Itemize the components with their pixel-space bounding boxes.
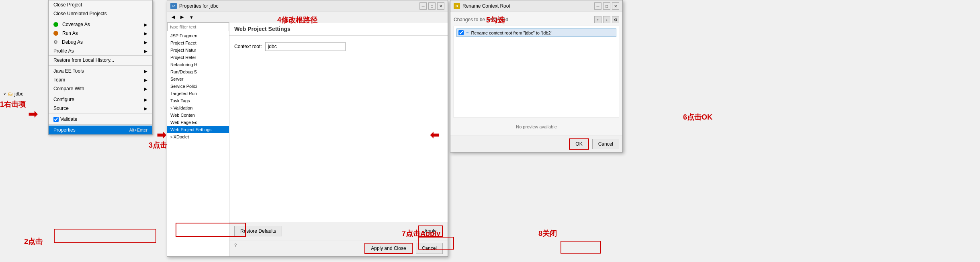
- arrow-step1: ➡: [28, 108, 37, 121]
- menu-separator-4: [49, 114, 152, 114]
- rename-cancel-button[interactable]: Cancel: [592, 139, 619, 149]
- filter-input[interactable]: [167, 22, 229, 31]
- rename-up-icon[interactable]: ↑: [594, 16, 602, 23]
- nav-item-targeted-run[interactable]: Targeted Run: [167, 90, 229, 97]
- nav-item-server[interactable]: Server: [167, 75, 229, 83]
- menu-item-compare-with[interactable]: Compare With ▶: [49, 84, 152, 93]
- menu-item-restore-history[interactable]: Restore from Local History...: [49, 55, 152, 65]
- toolbar-forward-button[interactable]: ▶: [178, 13, 186, 21]
- menu-separator-1: [49, 19, 152, 19]
- minimize-button[interactable]: ─: [419, 2, 427, 10]
- menu-item-validate[interactable]: Validate: [49, 115, 152, 124]
- apply-button[interactable]: Apply: [418, 225, 443, 237]
- menu-item-team[interactable]: Team ▶: [49, 75, 152, 84]
- apply-and-close-button[interactable]: Apply and Close: [364, 243, 412, 254]
- menu-label-properties: Properties: [53, 127, 76, 133]
- rename-item-text: Rename context root from "jdbc" to "jdb2…: [471, 30, 552, 35]
- coverage-icon: [53, 22, 58, 27]
- dialog-body: JSP Fragmen Project Facet Project Natur …: [167, 22, 448, 256]
- project-tree: ∨ 🗂 jdbc: [0, 88, 44, 99]
- rename-cancel-label: Cancel: [598, 141, 613, 147]
- cancel-label: Cancel: [422, 246, 437, 251]
- rename-titlebar: R Rename Context Root ─ □ ✕: [450, 0, 622, 12]
- rename-header-icons: ↑ ↓ ⚙: [594, 16, 619, 23]
- rename-down-icon[interactable]: ↓: [603, 16, 610, 23]
- restore-defaults-button[interactable]: Restore Defaults: [234, 226, 282, 236]
- rename-section-title: Changes to be performed: [454, 17, 508, 22]
- submenu-arrow-configure: ▶: [144, 97, 147, 102]
- tree-collapse-icon: ∨: [3, 91, 6, 96]
- menu-item-run-as[interactable]: Run As ▶: [49, 29, 152, 38]
- properties-titlebar: P Properties for jdbc ─ □ ✕: [167, 0, 448, 12]
- rename-item-checkbox[interactable]: [458, 30, 464, 35]
- menu-label-java-ee: Java EE Tools: [53, 68, 84, 74]
- context-root-input[interactable]: [265, 42, 346, 51]
- nav-item-web-project-settings[interactable]: Web Project Settings: [167, 126, 229, 133]
- close-button[interactable]: ✕: [437, 2, 444, 10]
- submenu-arrow-java-ee: ▶: [144, 69, 147, 73]
- nav-item-validation[interactable]: Validation: [167, 104, 229, 112]
- panel-header: Web Project Settings: [229, 22, 448, 36]
- maximize-button[interactable]: □: [428, 2, 436, 10]
- coverage-label-group: Coverage As: [53, 22, 90, 27]
- nav-item-task-tags[interactable]: Task Tags: [167, 97, 229, 104]
- toolbar-back-button[interactable]: ◀: [170, 13, 177, 21]
- dialog-right-panel: Web Project Settings Context root: Resto…: [229, 22, 448, 256]
- panel-title: Web Project Settings: [234, 26, 291, 32]
- nav-item-web-content[interactable]: Web Conten: [167, 112, 229, 119]
- tree-jdbc-item[interactable]: ∨ 🗂 jdbc: [2, 90, 43, 97]
- rename-item-icon: ≡: [466, 30, 469, 35]
- annotation-step2: 2点击: [24, 237, 43, 246]
- restore-defaults-label: Restore Defaults: [240, 228, 276, 234]
- menu-label-coverage-as: Coverage As: [62, 22, 90, 27]
- rename-maximize-button[interactable]: □: [603, 2, 610, 10]
- dialog-toolbar: ◀ ▶ ▼: [167, 12, 448, 22]
- rename-title: Rename Context Root: [462, 3, 510, 9]
- menu-separator-5: [49, 124, 152, 125]
- ok-button[interactable]: OK: [569, 138, 589, 150]
- menu-item-properties[interactable]: Properties Alt+Enter: [49, 126, 152, 134]
- menu-label-source: Source: [53, 106, 69, 111]
- annotation-step3: 3点击: [149, 140, 167, 150]
- toolbar-dropdown-button[interactable]: ▼: [187, 14, 196, 21]
- apply-and-close-label: Apply and Close: [371, 246, 406, 251]
- rename-filter-icon[interactable]: ⚙: [612, 16, 619, 23]
- nav-item-refactoring[interactable]: Refactoring H: [167, 61, 229, 68]
- submenu-arrow-debug: ▶: [144, 40, 147, 45]
- footer-left: Restore Defaults: [234, 226, 282, 236]
- menu-item-profile-as[interactable]: Profile As ▶: [49, 47, 152, 55]
- validate-label-group: Validate: [53, 116, 77, 122]
- no-preview-text: No preview available: [454, 121, 619, 132]
- nav-item-project-refer[interactable]: Project Refer: [167, 54, 229, 61]
- annotation-step6: 6点击OK: [683, 112, 712, 122]
- titlebar-left: P Properties for jdbc: [170, 3, 218, 9]
- rename-minimize-button[interactable]: ─: [594, 2, 602, 10]
- rename-dialog: R Rename Context Root ─ □ ✕ Changes to b…: [450, 0, 623, 152]
- submenu-arrow-run: ▶: [144, 31, 147, 36]
- context-menu: Close Project Close Unrelated Projects C…: [48, 0, 153, 135]
- nav-item-service-polici[interactable]: Service Polici: [167, 83, 229, 90]
- menu-item-java-ee-tools[interactable]: Java EE Tools ▶: [49, 67, 152, 75]
- nav-item-project-facet[interactable]: Project Facet: [167, 39, 229, 47]
- cancel-button[interactable]: Cancel: [416, 243, 443, 254]
- rename-close-button[interactable]: ✕: [612, 2, 619, 10]
- submenu-arrow-source: ▶: [144, 106, 147, 111]
- menu-item-debug-as[interactable]: ⚙ Debug As ▶: [49, 38, 152, 47]
- nav-item-project-nature[interactable]: Project Natur: [167, 47, 229, 54]
- nav-item-jsp[interactable]: JSP Fragmen: [167, 32, 229, 39]
- help-icon-area: ?: [234, 243, 237, 254]
- validate-checkbox[interactable]: [53, 117, 59, 122]
- menu-item-configure[interactable]: Configure ▶: [49, 95, 152, 104]
- nav-item-web-page-ed[interactable]: Web Page Ed: [167, 119, 229, 126]
- menu-label-close-project: Close Project: [53, 2, 82, 8]
- menu-item-coverage-as[interactable]: Coverage As ▶: [49, 20, 152, 29]
- menu-item-source[interactable]: Source ▶: [49, 104, 152, 113]
- submenu-arrow-compare: ▶: [144, 87, 147, 91]
- ok-label: OK: [575, 141, 582, 147]
- menu-item-close-project[interactable]: Close Project: [49, 0, 152, 9]
- nav-item-run-debug[interactable]: Run/Debug S: [167, 68, 229, 75]
- menu-item-close-unrelated[interactable]: Close Unrelated Projects: [49, 9, 152, 18]
- tree-nav: JSP Fragmen Project Facet Project Natur …: [167, 31, 229, 256]
- run-label-group: Run As: [53, 30, 78, 36]
- nav-item-xdoclet[interactable]: XDoclet: [167, 133, 229, 140]
